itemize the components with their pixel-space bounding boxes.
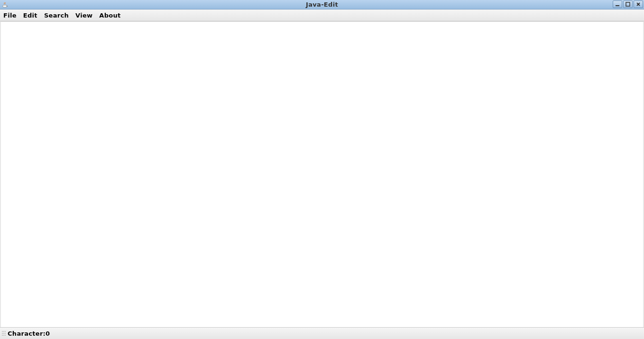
- editor-container: [0, 21, 644, 327]
- window-controls: [613, 0, 643, 8]
- close-button[interactable]: [634, 0, 643, 8]
- grip-icon: [1, 330, 7, 337]
- menu-search[interactable]: Search: [41, 10, 72, 20]
- text-editor[interactable]: [1, 22, 643, 327]
- menu-view[interactable]: View: [72, 10, 96, 20]
- svg-rect-2: [626, 2, 630, 6]
- maximize-button[interactable]: [623, 0, 633, 8]
- svg-point-5: [2, 331, 3, 332]
- svg-point-9: [3, 333, 4, 334]
- svg-point-6: [3, 331, 4, 332]
- menu-file[interactable]: File: [0, 10, 20, 20]
- character-count-label: Character:0: [8, 330, 50, 337]
- character-count-value: 0: [46, 330, 50, 337]
- svg-rect-0: [3, 5, 7, 7]
- statusbar: Character:0: [0, 327, 644, 339]
- svg-point-13: [5, 335, 6, 336]
- svg-point-8: [2, 333, 3, 334]
- titlebar: Java-Edit: [0, 0, 644, 9]
- minimize-button[interactable]: [613, 0, 622, 8]
- java-app-icon: [1, 1, 9, 9]
- character-label: Character:: [8, 330, 46, 337]
- menu-about[interactable]: About: [96, 10, 124, 20]
- svg-point-11: [2, 335, 3, 336]
- svg-rect-1: [616, 5, 619, 6]
- menu-edit[interactable]: Edit: [20, 10, 41, 20]
- window-title: Java-Edit: [306, 1, 338, 8]
- svg-point-12: [3, 335, 4, 336]
- menubar: File Edit Search View About: [0, 9, 644, 21]
- svg-point-7: [5, 331, 6, 332]
- svg-point-10: [5, 333, 6, 334]
